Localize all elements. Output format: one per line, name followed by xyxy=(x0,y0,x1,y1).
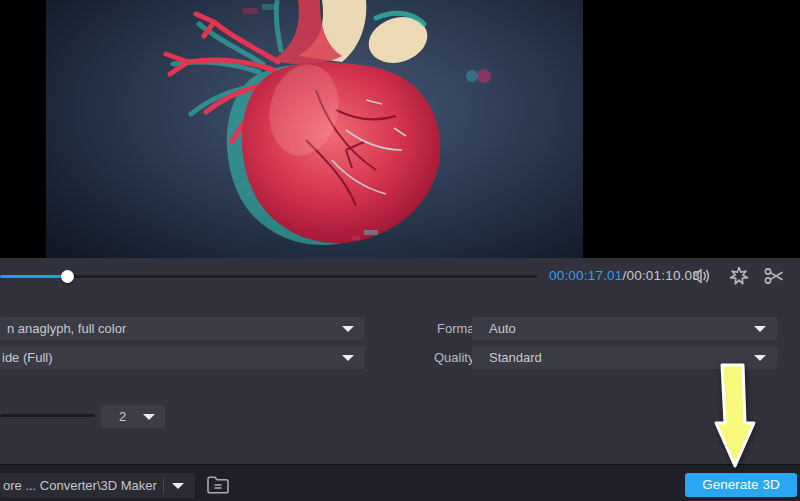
video-preview-area xyxy=(0,0,800,258)
split-screen-dropdown[interactable]: ide (Full) xyxy=(0,346,365,369)
chevron-down-icon xyxy=(342,326,354,332)
time-display: 00:00:17.01/00:01:10.03 xyxy=(549,268,700,283)
depth-value-dropdown[interactable]: 2 xyxy=(101,405,165,428)
split-screen-value: ide (Full) xyxy=(2,350,53,365)
scissors-icon[interactable] xyxy=(762,265,786,287)
generate-3d-button[interactable]: Generate 3D xyxy=(685,473,797,497)
bottom-bar: ore ... Converter\3D Maker Generate 3D xyxy=(0,464,800,501)
anaglyph-mode-dropdown[interactable]: n anaglyph, full color xyxy=(0,317,365,340)
anaglyph-heart-image xyxy=(46,0,583,258)
chevron-down-icon xyxy=(754,326,766,332)
volume-icon[interactable] xyxy=(690,265,714,287)
quality-dropdown[interactable]: Standard xyxy=(472,346,777,369)
combobox-divider xyxy=(163,477,164,494)
seek-bar[interactable] xyxy=(0,275,537,278)
seek-handle[interactable] xyxy=(61,270,74,283)
output-folder-combobox[interactable]: ore ... Converter\3D Maker xyxy=(0,473,195,498)
depth-slider[interactable] xyxy=(0,414,95,417)
chevron-down-icon xyxy=(172,483,184,489)
sparkle-star-icon[interactable] xyxy=(727,265,751,287)
seek-bar-fill xyxy=(0,275,68,278)
format-dropdown[interactable]: Auto xyxy=(472,317,777,340)
video-frame-anaglyph-heart xyxy=(46,0,583,258)
current-time: 00:00:17.01 xyxy=(549,268,623,283)
output-folder-path: ore ... Converter\3D Maker xyxy=(3,478,157,493)
open-folder-icon[interactable] xyxy=(205,474,231,496)
chevron-down-icon xyxy=(754,355,766,361)
anaglyph-mode-value: n anaglyph, full color xyxy=(7,321,126,336)
format-value: Auto xyxy=(489,321,516,336)
control-panel: 00:00:17.01/00:01:10.03 n anaglyp xyxy=(0,258,800,464)
depth-value: 2 xyxy=(119,409,126,424)
quality-value: Standard xyxy=(489,350,542,365)
total-time: 00:01:10.03 xyxy=(626,268,700,283)
video-converter-3d-maker-window: 00:00:17.01/00:01:10.03 n anaglyp xyxy=(0,0,800,501)
chevron-down-icon xyxy=(143,414,155,420)
chevron-down-icon xyxy=(342,355,354,361)
